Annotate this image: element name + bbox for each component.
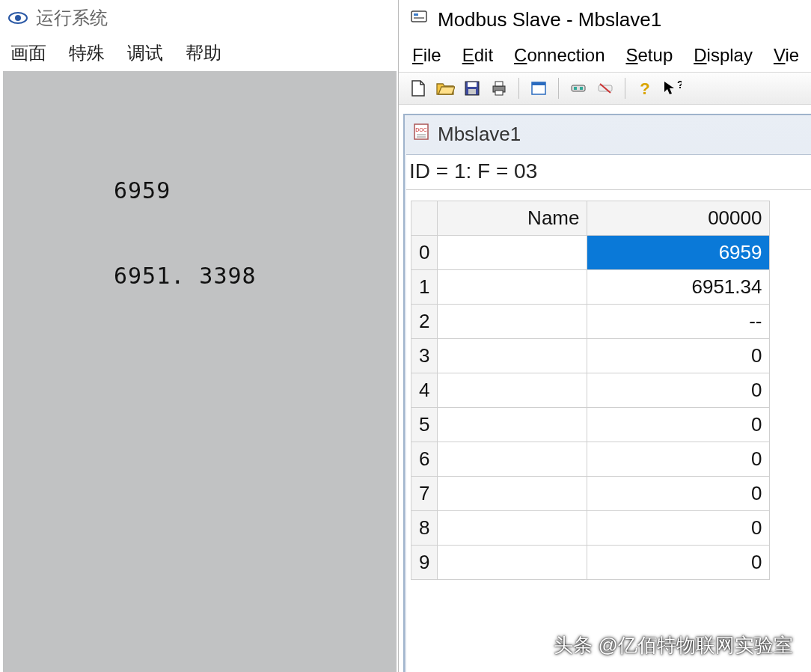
svg-rect-9 [495, 82, 503, 86]
table-row[interactable]: 06959 [411, 236, 770, 270]
toolbar-separator [558, 78, 559, 99]
child-window-body: ID = 1: F = 03 Name 00000 0695916951.342… [406, 154, 811, 672]
open-icon[interactable] [433, 76, 457, 100]
menu-debug[interactable]: 调试 [127, 41, 163, 65]
print-icon[interactable] [487, 76, 511, 100]
svg-text:?: ? [640, 79, 649, 97]
toolbar-separator [518, 78, 519, 99]
toolbar: ? ? [399, 72, 811, 105]
table-row[interactable]: 40 [411, 373, 770, 408]
whatsthis-icon[interactable]: ? [660, 76, 684, 100]
cell-name[interactable] [438, 442, 587, 477]
table-row[interactable]: 80 [411, 511, 770, 546]
svg-rect-10 [495, 91, 503, 95]
menu-help[interactable]: 帮助 [186, 41, 221, 65]
save-icon[interactable] [460, 76, 484, 100]
cell-name[interactable] [438, 305, 587, 339]
cell-value[interactable]: 6951.34 [587, 270, 770, 305]
document-icon: DOC [412, 122, 430, 147]
row-header[interactable]: 7 [411, 477, 438, 511]
table-row[interactable]: 50 [411, 408, 770, 442]
cell-value[interactable]: 0 [587, 339, 770, 373]
cell-value[interactable]: 0 [587, 477, 770, 511]
left-window: 运行系统 画面 特殊 调试 帮助 6959 6951. 3398 [0, 0, 397, 672]
right-window: Modbus Slave - Mbslave1 File Edit Connec… [398, 0, 811, 672]
row-header[interactable]: 4 [411, 373, 438, 408]
svg-text:DOC: DOC [415, 127, 427, 132]
row-header[interactable]: 8 [411, 511, 438, 546]
left-canvas: 6959 6951. 3398 [3, 71, 397, 672]
table-row[interactable]: 70 [411, 477, 770, 511]
register-table[interactable]: Name 00000 0695916951.342--3040506070809… [411, 201, 770, 580]
menu-setup[interactable]: Setup [626, 45, 673, 66]
col-header-value[interactable]: 00000 [587, 201, 770, 236]
row-header[interactable]: 2 [411, 305, 438, 339]
cell-name[interactable] [438, 270, 587, 305]
window-icon[interactable] [527, 76, 551, 100]
cell-name[interactable] [438, 236, 587, 270]
table-row[interactable]: 90 [411, 546, 770, 580]
table-row[interactable]: 60 [411, 442, 770, 477]
svg-rect-4 [414, 17, 424, 19]
row-header[interactable]: 5 [411, 408, 438, 442]
child-window-titlebar: DOC Mbslave1 [405, 115, 811, 153]
menu-view[interactable]: Vie [774, 45, 799, 66]
status-line: ID = 1: F = 03 [406, 155, 811, 190]
menu-file[interactable]: File [412, 45, 441, 66]
child-window-title: Mbslave1 [438, 123, 521, 146]
table-row[interactable]: 2-- [411, 305, 770, 339]
eye-icon [7, 10, 28, 25]
svg-rect-13 [572, 85, 585, 91]
cell-name[interactable] [438, 339, 587, 373]
menu-display[interactable]: Display [694, 45, 753, 66]
cell-name[interactable] [438, 477, 587, 511]
menu-connection[interactable]: Connection [514, 45, 605, 66]
svg-text:?: ? [677, 79, 682, 91]
col-header-name[interactable]: Name [438, 201, 587, 236]
row-header[interactable]: 1 [411, 270, 438, 305]
table-row[interactable]: 16951.34 [411, 270, 770, 305]
table-corner [411, 201, 438, 236]
left-window-title: 运行系统 [36, 6, 108, 30]
cell-name[interactable] [438, 511, 587, 546]
toolbar-separator [625, 78, 625, 99]
watermark: 头条 @亿佰特物联网实验室 [554, 632, 793, 659]
row-header[interactable]: 3 [411, 339, 438, 373]
connect-icon[interactable] [566, 76, 590, 100]
display-value-1: 6959 [114, 177, 171, 204]
right-titlebar: Modbus Slave - Mbslave1 [399, 0, 811, 39]
cell-value[interactable]: 0 [587, 546, 770, 580]
menu-picture[interactable]: 画面 [10, 41, 46, 65]
cell-value[interactable]: 0 [587, 442, 770, 477]
help-icon[interactable]: ? [633, 76, 657, 100]
right-menubar: File Edit Connection Setup Display Vie [399, 39, 811, 72]
svg-rect-12 [532, 82, 545, 85]
cell-value[interactable]: -- [587, 305, 770, 339]
left-titlebar: 运行系统 [0, 0, 397, 36]
cell-value[interactable]: 6959 [587, 236, 770, 270]
cell-value[interactable]: 0 [587, 373, 770, 408]
display-value-2: 6951. 3398 [114, 263, 257, 289]
cell-value[interactable]: 0 [587, 511, 770, 546]
mdi-area: DOC Mbslave1 ID = 1: F = 03 Name 00000 0… [403, 114, 811, 672]
cell-name[interactable] [438, 546, 587, 580]
svg-rect-14 [574, 87, 577, 90]
menu-edit[interactable]: Edit [462, 45, 493, 66]
svg-rect-3 [414, 13, 418, 16]
row-header[interactable]: 9 [411, 546, 438, 580]
svg-point-1 [15, 15, 21, 21]
right-window-title: Modbus Slave - Mbslave1 [438, 8, 661, 31]
new-icon[interactable] [406, 76, 430, 100]
app-icon [409, 7, 429, 32]
table-row[interactable]: 30 [411, 339, 770, 373]
cell-name[interactable] [438, 373, 587, 408]
svg-rect-2 [411, 11, 426, 22]
cell-name[interactable] [438, 408, 587, 442]
cell-value[interactable]: 0 [587, 408, 770, 442]
disconnect-icon[interactable] [593, 76, 617, 100]
menu-special[interactable]: 特殊 [69, 41, 105, 65]
row-header[interactable]: 6 [411, 442, 438, 477]
row-header[interactable]: 0 [411, 236, 438, 270]
svg-rect-15 [580, 87, 583, 90]
svg-rect-6 [468, 82, 477, 87]
